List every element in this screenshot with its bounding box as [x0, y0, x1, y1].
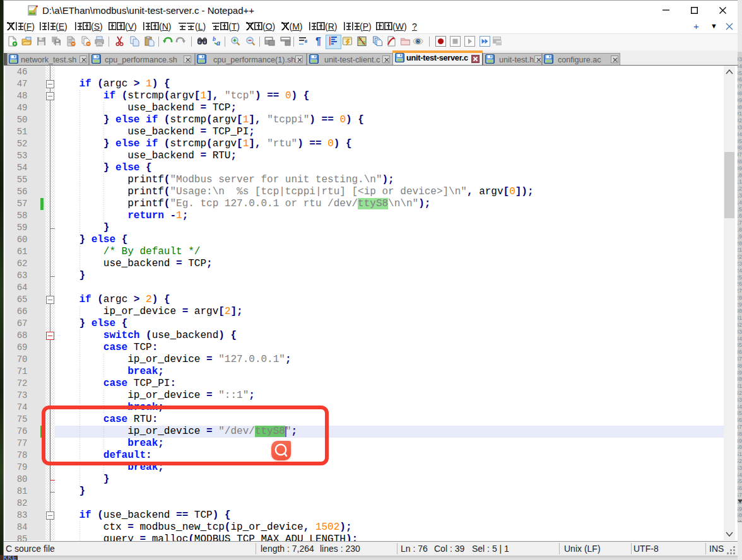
svg-text:b: b [213, 36, 216, 42]
svg-text:¶: ¶ [315, 36, 321, 47]
svg-text:a: a [216, 38, 220, 47]
